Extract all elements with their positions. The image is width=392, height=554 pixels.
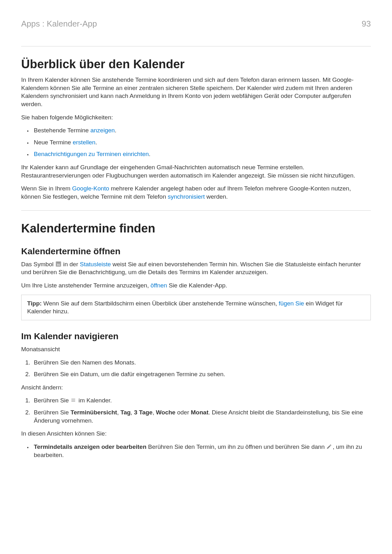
divider xyxy=(21,46,371,46)
page-number: 93 xyxy=(362,19,371,29)
overview-sync: Wenn Sie in Ihrem Google-Konto mehrere K… xyxy=(21,184,371,201)
monthview-steps: Berühren Sie den Namen des Monats. Berüh… xyxy=(21,358,371,378)
breadcrumb: Apps : Kalender-App xyxy=(21,19,97,29)
link-sync[interactable]: synchronisiert xyxy=(168,193,205,200)
section-title-overview: Überblick über den Kalender xyxy=(21,57,371,71)
list-item: Berühren Sie ein Datum, um die dafür ein… xyxy=(32,370,371,378)
page-header: Apps : Kalender-App 93 xyxy=(21,19,371,29)
link-view[interactable]: anzeigen xyxy=(90,127,115,134)
views-actions-list: Termindetails anzeigen oder bearbeiten B… xyxy=(21,443,371,459)
change-view-steps: Berühren Sie im Kalender. Berühren Sie T… xyxy=(21,396,371,425)
subheading-navigate: Im Kalender navigieren xyxy=(21,331,371,341)
tip-box: Tipp: Wenn Sie auf dem Startbildschirm e… xyxy=(21,295,371,320)
link-add-widget[interactable]: fügen Sie xyxy=(279,300,304,307)
overview-auto-events: Ihr Kalender kann auf Grundlage der eing… xyxy=(21,163,371,179)
list-item: Benachrichtigungen zu Terminen einrichte… xyxy=(32,150,371,158)
list-item: Neue Termine erstellen. xyxy=(32,138,371,147)
divider xyxy=(21,210,371,211)
list-item: Berühren Sie Terminübersicht, Tag, 3 Tag… xyxy=(32,408,371,425)
link-create[interactable]: erstellen xyxy=(73,139,95,146)
views-actions-label: In diesen Ansichten können Sie: xyxy=(21,430,371,438)
hamburger-menu-icon xyxy=(70,397,77,403)
list-item: Berühren Sie im Kalender. xyxy=(32,396,371,405)
pencil-edit-icon xyxy=(326,443,333,450)
overview-options-list: Bestehende Termine anzeigen. Neue Termin… xyxy=(21,126,371,158)
subheading-open-events: Kalendertermine öffnen xyxy=(21,246,371,256)
link-notifications[interactable]: Benachrichtigungen zu Terminen einrichte… xyxy=(34,151,149,157)
navigate-monthview-label: Monatsansicht xyxy=(21,345,371,353)
open-events-p1: Das Symbol 31 in der Statusleiste weist … xyxy=(21,260,371,276)
list-item: Berühren Sie den Namen des Monats. xyxy=(32,358,371,367)
link-open[interactable]: öffnen xyxy=(150,282,167,289)
overview-options-label: Sie haben folgende Möglichkeiten: xyxy=(21,113,371,122)
calendar-notification-icon: 31 xyxy=(55,261,62,267)
list-item: Termindetails anzeigen oder bearbeiten B… xyxy=(32,443,371,459)
svg-text:31: 31 xyxy=(57,263,60,266)
overview-intro: In Ihrem Kalender können Sie anstehende … xyxy=(21,76,371,108)
list-item: Bestehende Termine anzeigen. xyxy=(32,126,371,135)
section-title-find: Kalendertermine finden xyxy=(21,222,371,235)
open-events-p2: Um Ihre Liste anstehender Termine anzuze… xyxy=(21,281,371,290)
link-google-account[interactable]: Google-Konto xyxy=(72,185,109,192)
change-view-label: Ansicht ändern: xyxy=(21,383,371,392)
link-statusbar[interactable]: Statusleiste xyxy=(80,261,111,268)
tip-label: Tipp: xyxy=(27,300,43,307)
